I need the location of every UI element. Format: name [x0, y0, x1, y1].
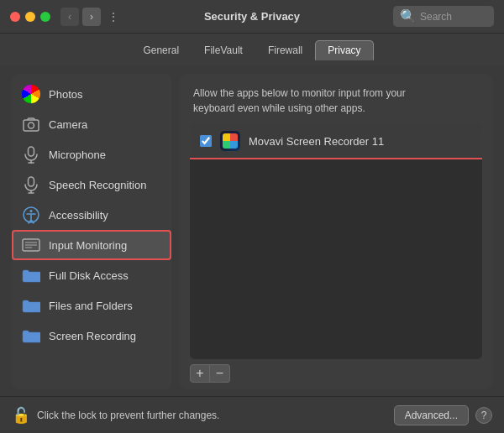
sidebar-item-camera[interactable]: Camera: [12, 109, 171, 139]
sidebar-label-speech-recognition: Speech Recognition: [49, 179, 146, 191]
tab-filevault[interactable]: FileVault: [192, 40, 255, 60]
sidebar: Photos Camera M: [12, 74, 171, 389]
tab-firewall[interactable]: Firewall: [255, 40, 315, 60]
sidebar-label-microphone: Microphone: [49, 149, 106, 161]
app-list: Movavi Screen Recorder 11: [190, 124, 482, 359]
main-content: Photos Camera M: [0, 65, 504, 389]
sidebar-item-accessibility[interactable]: Accessibility: [12, 200, 171, 230]
sidebar-item-screen-recording[interactable]: Screen Recording: [12, 321, 171, 351]
sidebar-label-full-disk-access: Full Disk Access: [49, 269, 129, 282]
sidebar-item-input-monitoring[interactable]: Input Monitoring: [12, 230, 171, 260]
grid-button[interactable]: ⋮: [108, 10, 119, 23]
back-button[interactable]: ‹: [60, 8, 79, 26]
sidebar-label-accessibility: Accessibility: [49, 209, 108, 222]
tabs-bar: General FileVault Firewall Privacy: [0, 34, 504, 65]
list-item: Movavi Screen Recorder 11: [190, 124, 482, 159]
folder-disk-icon: [22, 266, 40, 284]
minimize-button[interactable]: [25, 12, 35, 22]
svg-rect-5: [29, 177, 34, 186]
svg-point-9: [30, 210, 33, 212]
sidebar-label-photos: Photos: [49, 88, 82, 101]
sidebar-label-screen-recording: Screen Recording: [49, 330, 136, 342]
tab-general[interactable]: General: [130, 40, 192, 60]
traffic-lights: [10, 12, 50, 22]
list-actions: + −: [180, 359, 492, 389]
svg-rect-2: [29, 147, 34, 156]
lock-icon: 🔓: [12, 406, 30, 425]
remove-app-button[interactable]: −: [210, 364, 230, 383]
folder-files-icon: [22, 296, 40, 315]
sidebar-item-microphone[interactable]: Microphone: [12, 139, 171, 170]
bottom-bar: 🔓 Click the lock to prevent further chan…: [0, 396, 504, 433]
help-button[interactable]: ?: [475, 407, 492, 424]
movavi-icon: [220, 131, 240, 151]
sidebar-item-full-disk-access[interactable]: Full Disk Access: [12, 260, 171, 290]
panel-description: Allow the apps below to monitor input fr…: [180, 74, 492, 124]
accessibility-icon: [22, 206, 40, 224]
nav-buttons: ‹ ›: [60, 8, 101, 26]
window-title: Security & Privacy: [204, 10, 300, 23]
lock-text: Click the lock to prevent further change…: [37, 410, 219, 421]
search-input[interactable]: [420, 11, 487, 23]
search-icon: 🔍: [400, 8, 417, 24]
sidebar-item-speech-recognition[interactable]: Speech Recognition: [12, 170, 171, 200]
svg-point-1: [29, 123, 34, 128]
maximize-button[interactable]: [40, 12, 50, 22]
forward-button[interactable]: ›: [82, 8, 101, 26]
right-panel: Allow the apps below to monitor input fr…: [180, 74, 492, 389]
tab-privacy[interactable]: Privacy: [315, 40, 373, 60]
add-app-button[interactable]: +: [190, 364, 210, 383]
sidebar-label-input-monitoring: Input Monitoring: [49, 239, 127, 252]
advanced-button[interactable]: Advanced...: [394, 405, 469, 425]
sidebar-label-camera: Camera: [49, 118, 87, 131]
app-name-movavi: Movavi Screen Recorder 11: [249, 135, 384, 148]
sidebar-item-files-and-folders[interactable]: Files and Folders: [12, 290, 171, 321]
input-monitoring-icon: [22, 236, 40, 254]
speech-recognition-icon: [22, 175, 40, 194]
lock-area[interactable]: 🔓 Click the lock to prevent further chan…: [12, 406, 394, 425]
sidebar-item-photos[interactable]: Photos: [12, 79, 171, 109]
photos-icon: [22, 85, 40, 103]
title-bar: ‹ › ⋮ Security & Privacy 🔍: [0, 0, 504, 34]
folder-screen-icon: [22, 326, 40, 345]
sidebar-label-files-and-folders: Files and Folders: [49, 300, 133, 312]
svg-rect-0: [24, 120, 39, 131]
close-button[interactable]: [10, 12, 20, 22]
microphone-icon: [22, 145, 40, 164]
camera-icon: [22, 115, 40, 133]
app-checkbox-movavi[interactable]: [200, 135, 212, 147]
search-bar[interactable]: 🔍: [393, 6, 494, 27]
